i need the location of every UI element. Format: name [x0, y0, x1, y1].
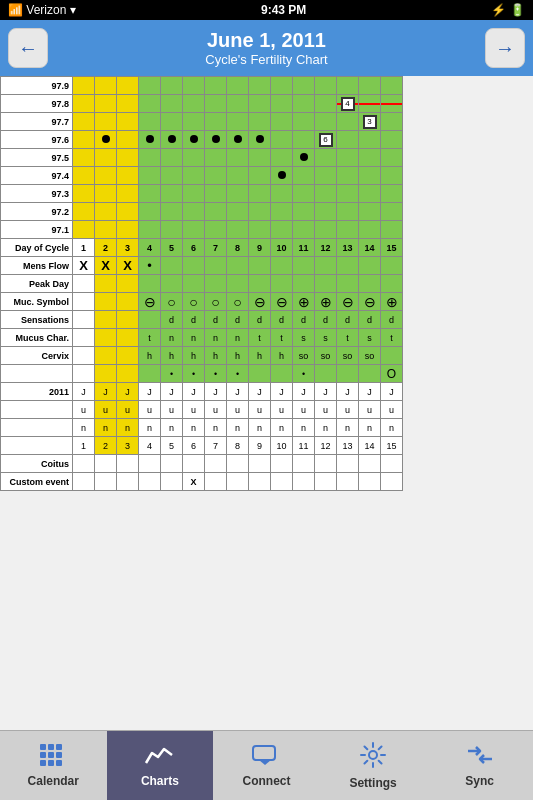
tab-calendar[interactable]: Calendar — [0, 731, 107, 800]
tab-sync[interactable]: Sync — [426, 731, 533, 800]
custom-event-label: Custom event — [1, 473, 73, 491]
temp-cell — [205, 149, 227, 167]
day-of-cycle-row: Day of Cycle 1 2 3 4 5 6 7 8 9 10 11 12 … — [1, 239, 403, 257]
temp-cell — [183, 203, 205, 221]
tab-settings[interactable]: Settings — [320, 731, 427, 800]
day-num2-cell: 3 — [117, 437, 139, 455]
custom-event-cell — [315, 473, 337, 491]
tab-charts-label: Charts — [141, 774, 179, 788]
cervix-cell: so — [293, 347, 315, 365]
temp-cell — [227, 77, 249, 95]
temp-row-977: 97.7 3 — [1, 113, 403, 131]
month-n-cell: n — [249, 419, 271, 437]
cervix-sub-cell — [315, 365, 337, 383]
temp-cell — [95, 77, 117, 95]
status-right: ⚡ 🔋 — [491, 3, 525, 17]
calendar-icon — [39, 743, 67, 771]
next-button[interactable]: → — [485, 28, 525, 68]
wifi-icon: ▾ — [70, 3, 76, 17]
status-left: 📶 Verizon ▾ — [8, 3, 76, 17]
temp-label-972: 97.2 — [1, 203, 73, 221]
flow-cell — [293, 257, 315, 275]
prev-button[interactable]: ← — [8, 28, 48, 68]
custom-event-cell — [139, 473, 161, 491]
peak-cell — [249, 275, 271, 293]
year-cell: J — [117, 383, 139, 401]
peak-cell — [337, 275, 359, 293]
temp-cell — [271, 113, 293, 131]
temp-row-975: 97.5 — [1, 149, 403, 167]
temp-cell — [95, 167, 117, 185]
temp-cell — [249, 149, 271, 167]
connect-icon — [251, 743, 281, 771]
flow-cell — [249, 257, 271, 275]
temp-cell — [117, 221, 139, 239]
temp-cell — [249, 167, 271, 185]
temp-cell — [249, 221, 271, 239]
custom-event-cell — [205, 473, 227, 491]
temp-cell — [161, 77, 183, 95]
sens-cell: d — [337, 311, 359, 329]
temp-cell — [315, 113, 337, 131]
muc-char-cell: n — [161, 329, 183, 347]
temp-cell — [73, 185, 95, 203]
temp-cell — [337, 149, 359, 167]
cervix-cell: so — [337, 347, 359, 365]
day-num2-cell: 5 — [161, 437, 183, 455]
muc-sym-cell: ⊖ — [139, 293, 161, 311]
flow-cell — [205, 257, 227, 275]
flow-cell: X — [73, 257, 95, 275]
year-row: 2011 J J J J J J J J J J J J J J J — [1, 383, 403, 401]
day-num: 13 — [337, 239, 359, 257]
temp-cell — [337, 131, 359, 149]
day-num2-cell: 1 — [73, 437, 95, 455]
temp-cell — [337, 77, 359, 95]
temp-cell — [73, 221, 95, 239]
coitus-cell — [381, 455, 403, 473]
temp-cell — [73, 149, 95, 167]
sens-cell: d — [249, 311, 271, 329]
cervix-sub-cell: • — [227, 365, 249, 383]
temp-row-972: 97.2 — [1, 203, 403, 221]
month-u-cell: u — [227, 401, 249, 419]
day-num2-cell: 4 — [139, 437, 161, 455]
temp-cell — [359, 203, 381, 221]
tab-charts[interactable]: Charts — [107, 731, 214, 800]
flow-cell — [381, 257, 403, 275]
sens-cell: d — [161, 311, 183, 329]
muc-char-cell: n — [227, 329, 249, 347]
temp-cell — [359, 131, 381, 149]
temp-cell — [315, 203, 337, 221]
custom-event-row: Custom event X — [1, 473, 403, 491]
temp-cell — [161, 185, 183, 203]
temp-cell — [139, 185, 161, 203]
month-row-u: u u u u u u u u u u u u u u u — [1, 401, 403, 419]
day-num: 4 — [139, 239, 161, 257]
tab-connect[interactable]: Connect — [213, 731, 320, 800]
cervix-cell — [381, 347, 403, 365]
muc-char-cell: t — [337, 329, 359, 347]
sens-cell — [117, 311, 139, 329]
temp-cell — [359, 95, 381, 113]
month-n-cell: n — [271, 419, 293, 437]
temp-cell — [227, 149, 249, 167]
temp-cell — [271, 149, 293, 167]
muc-char-cell — [117, 329, 139, 347]
temp-cell-dot — [183, 131, 205, 149]
month-n-cell: n — [117, 419, 139, 437]
muc-char-cell: s — [293, 329, 315, 347]
cervix-sub-cell — [95, 365, 117, 383]
temp-cell — [271, 77, 293, 95]
temp-cell — [183, 149, 205, 167]
day-num2-cell: 14 — [359, 437, 381, 455]
temp-cell — [117, 149, 139, 167]
month-n-cell: n — [183, 419, 205, 437]
peak-cell — [227, 275, 249, 293]
flow-cell: X — [117, 257, 139, 275]
day-num2-cell: 2 — [95, 437, 117, 455]
chart-area: 97.9 97.8 — [0, 76, 533, 730]
temp-cell — [293, 221, 315, 239]
temp-row-978: 97.8 4 — [1, 95, 403, 113]
custom-event-cell — [73, 473, 95, 491]
temp-cell — [381, 95, 403, 113]
